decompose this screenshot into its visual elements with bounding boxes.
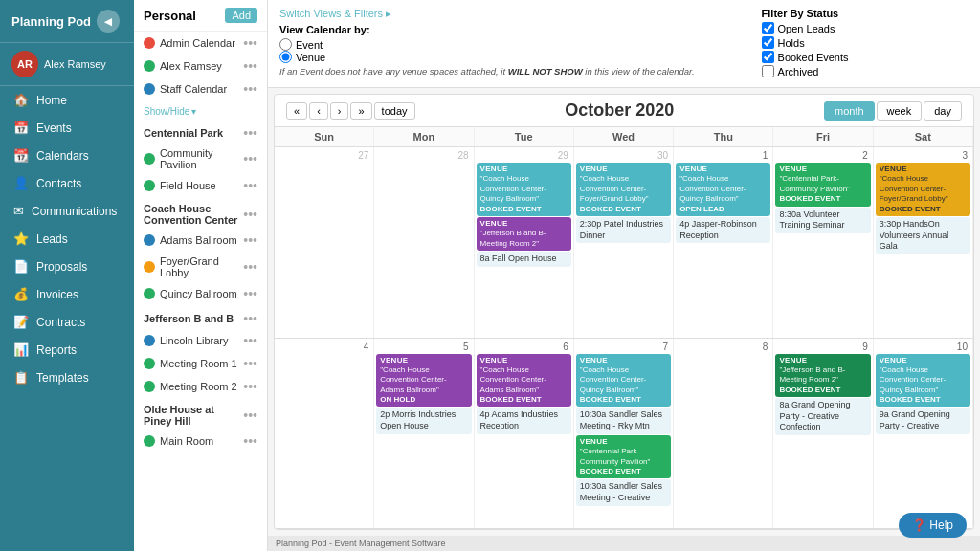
app-name: Planning Pod bbox=[11, 14, 91, 29]
calendar-event[interactable]: 8:30a Volunteer Training Seminar bbox=[775, 208, 870, 233]
calendar-event[interactable]: VENUE"Coach House Convention Center- Ada… bbox=[477, 354, 571, 408]
sidebar-item-calendars[interactable]: 📆Calendars bbox=[0, 142, 134, 169]
calendar-event[interactable]: VENUE"Centennial Park- Community Pavilio… bbox=[576, 435, 671, 479]
day-cell: 29VENUE"Coach House Convention Center- Q… bbox=[475, 147, 574, 338]
filter-checkbox[interactable] bbox=[762, 22, 774, 34]
switch-views-link[interactable]: Switch Views & Filters ▸ bbox=[279, 8, 695, 20]
more-button[interactable]: ••• bbox=[243, 58, 257, 74]
add-calendar-button[interactable]: Add bbox=[225, 8, 257, 23]
day-number: 28 bbox=[376, 149, 471, 162]
filter-checkbox-label[interactable]: Holds bbox=[762, 36, 849, 49]
calendar-event[interactable]: 8a Fall Open House bbox=[477, 252, 571, 267]
more-button[interactable]: ••• bbox=[243, 35, 257, 51]
day-number: 2 bbox=[775, 149, 870, 162]
nav-prev-button[interactable]: ‹ bbox=[309, 102, 328, 120]
calendar-event[interactable]: VENUE"Coach House Convention Center- Qui… bbox=[477, 163, 571, 216]
nav-next-button[interactable]: › bbox=[330, 102, 349, 120]
calendar-grid: SunMonTueWedThuFriSat 272829VENUE"Coach … bbox=[275, 127, 973, 529]
sidebar-item-contracts[interactable]: 📝Contracts bbox=[0, 308, 134, 336]
filter-checkbox[interactable] bbox=[762, 51, 774, 63]
nav-last-button[interactable]: » bbox=[350, 102, 371, 120]
space-more-button[interactable]: ••• bbox=[243, 151, 257, 166]
space-more-button[interactable]: ••• bbox=[243, 286, 257, 301]
personal-calendar-item: Staff Calendar••• bbox=[134, 77, 267, 100]
venue-name: Centennial Park bbox=[144, 127, 223, 139]
nav-menu: 🏠Home📅Events📆Calendars👤Contacts✉Communic… bbox=[0, 86, 134, 391]
calendar-event[interactable]: VENUE"Coach House Convention Center- Foy… bbox=[576, 163, 671, 216]
space-more-button[interactable]: ••• bbox=[243, 356, 257, 371]
filter-checkbox-label[interactable]: Open Leads bbox=[762, 22, 849, 34]
sidebar-item-contacts[interactable]: 👤Contacts bbox=[0, 169, 134, 197]
calendar-event[interactable]: VENUE"Coach House Convention Center- Qui… bbox=[576, 354, 671, 408]
view-radio-label[interactable]: Event bbox=[279, 38, 695, 51]
calendar-event[interactable]: 10:30a Sandler Sales Meeting - Rky Mtn bbox=[576, 408, 671, 433]
view-radio-input[interactable] bbox=[279, 51, 292, 63]
sidebar: Planning Pod ◀ AR Alex Ramsey 🏠Home📅Even… bbox=[0, 0, 134, 551]
space-more-button[interactable]: ••• bbox=[243, 178, 257, 193]
space-more-button[interactable]: ••• bbox=[243, 379, 257, 394]
day-view-button[interactable]: day bbox=[924, 101, 962, 121]
view-radio-label[interactable]: Venue bbox=[279, 51, 695, 63]
sidebar-item-reports[interactable]: 📊Reports bbox=[0, 336, 134, 364]
today-button[interactable]: today bbox=[374, 102, 415, 120]
calendar-event[interactable]: 4p Jasper-Robinson Reception bbox=[676, 217, 770, 243]
filter-checkbox[interactable] bbox=[762, 36, 774, 49]
top-bar: Switch Views & Filters ▸ View Calendar b… bbox=[268, 0, 980, 88]
sidebar-item-proposals[interactable]: 📄Proposals bbox=[0, 253, 134, 280]
calendar-event[interactable]: VENUE"Centennial Park- Community Pavilio… bbox=[775, 163, 870, 207]
calendar-event[interactable]: 4p Adams Industries Reception bbox=[477, 408, 571, 433]
sidebar-item-events[interactable]: 📅Events bbox=[0, 114, 134, 142]
filter-checkbox-label[interactable]: Archived bbox=[762, 65, 849, 77]
calendar-event[interactable]: 2:30p Patel Industries Dinner bbox=[576, 217, 671, 243]
filter-checkbox[interactable] bbox=[762, 65, 774, 77]
footer: Planning Pod - Event Management Software bbox=[268, 536, 980, 551]
calendar-event[interactable]: 3:30p HandsOn Volunteers Annual Gala bbox=[876, 217, 970, 254]
filter-checkbox-label[interactable]: Booked Events bbox=[762, 51, 849, 63]
avatar: AR bbox=[11, 51, 38, 77]
sidebar-item-invoices[interactable]: 💰Invoices bbox=[0, 280, 134, 308]
calendar-event[interactable]: VENUE"Coach House Convention Center- Qui… bbox=[676, 163, 770, 216]
back-button[interactable]: ◀ bbox=[97, 10, 120, 33]
view-radio-input[interactable] bbox=[279, 38, 292, 51]
show-hide-button[interactable]: Show/Hide ▾ bbox=[144, 106, 196, 117]
calendar-event[interactable]: VENUE"Coach House Convention Center- Qui… bbox=[876, 354, 970, 408]
week-row: 45VENUE"Coach House Convention Center- A… bbox=[275, 339, 973, 530]
venue-more-button[interactable]: ••• bbox=[243, 207, 257, 222]
week-view-button[interactable]: week bbox=[877, 101, 923, 121]
venue-space-name: Community Pavilion bbox=[160, 147, 243, 170]
nav-icon: 📅 bbox=[13, 121, 29, 135]
calendar-event[interactable]: VENUE"Jefferson B and B- Meeting Room 2"… bbox=[775, 354, 870, 398]
sidebar-item-leads[interactable]: ⭐Leads bbox=[0, 225, 134, 253]
nav-first-button[interactable]: « bbox=[286, 102, 307, 120]
calendar-event[interactable]: VENUE"Jefferson B and B- Meeting Room 2" bbox=[477, 217, 571, 251]
space-more-button[interactable]: ••• bbox=[243, 259, 257, 275]
calendar-event[interactable]: VENUE"Coach House Convention Center- Ada… bbox=[376, 354, 471, 408]
calendar-event[interactable]: 10:30a Sandler Sales Meeting - Creative bbox=[576, 479, 671, 505]
venue-section-header: Jefferson B and B••• bbox=[134, 305, 267, 329]
calendar-event[interactable]: 9a Grand Opening Party - Creative bbox=[876, 408, 970, 433]
space-more-button[interactable]: ••• bbox=[243, 232, 257, 248]
calendar-event[interactable]: 8a Grand Opening Party - Creative Confec… bbox=[775, 398, 870, 435]
nav-label: Communications bbox=[32, 205, 117, 218]
space-more-button[interactable]: ••• bbox=[243, 433, 257, 449]
month-view-button[interactable]: month bbox=[824, 101, 875, 121]
show-hide-section: Show/Hide ▾ bbox=[134, 100, 267, 120]
calendar-dot bbox=[144, 37, 155, 49]
calendar-weeks: 272829VENUE"Coach House Convention Cente… bbox=[275, 147, 973, 529]
day-cell: 1VENUE"Coach House Convention Center- Qu… bbox=[674, 147, 773, 338]
venue-more-button[interactable]: ••• bbox=[243, 125, 257, 141]
sidebar-item-templates[interactable]: 📋Templates bbox=[0, 364, 134, 391]
space-more-button[interactable]: ••• bbox=[243, 333, 257, 348]
calendar-event[interactable]: 2p Morris Industries Open House bbox=[376, 408, 471, 433]
venue-space-name: Adams Ballroom bbox=[160, 234, 237, 246]
more-button[interactable]: ••• bbox=[243, 81, 257, 97]
calendar-nav: « ‹ › » today bbox=[286, 102, 415, 120]
day-number: 4 bbox=[277, 341, 371, 353]
venue-more-button[interactable]: ••• bbox=[243, 408, 257, 423]
venue-more-button[interactable]: ••• bbox=[243, 311, 257, 326]
day-cell: 7VENUE"Coach House Convention Center- Qu… bbox=[574, 339, 674, 529]
sidebar-item-communications[interactable]: ✉Communications bbox=[0, 197, 134, 225]
sidebar-item-home[interactable]: 🏠Home bbox=[0, 86, 134, 114]
help-button[interactable]: ❓ Help bbox=[899, 513, 967, 538]
calendar-event[interactable]: VENUE"Coach House Convention Center- Foy… bbox=[876, 163, 970, 216]
